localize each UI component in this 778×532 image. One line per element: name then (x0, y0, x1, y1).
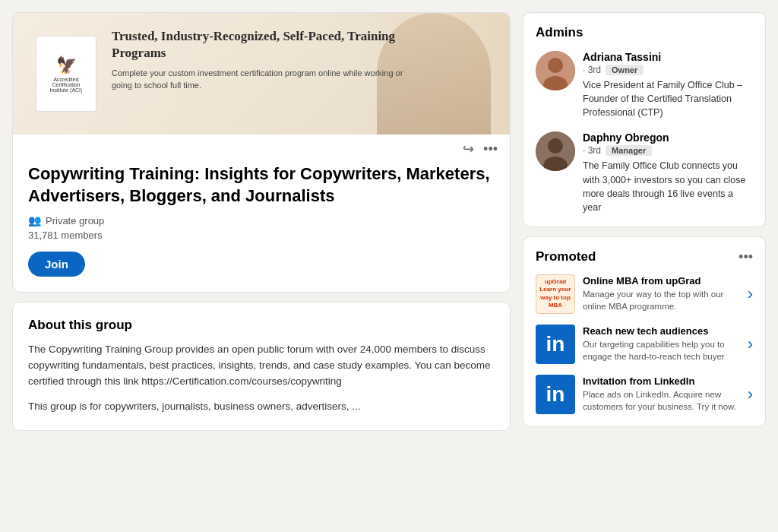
admin-info-1: Adriana Tassini · 3rd Owner Vice Preside… (583, 51, 753, 119)
svg-point-4 (548, 138, 563, 154)
admin-role-badge-1: Owner (606, 65, 644, 75)
admin-role-badge-2: Manager (606, 145, 652, 156)
group-actions-row: ↪ ••• (13, 135, 510, 157)
logo-text-line3: Institute (ACI) (50, 87, 83, 93)
join-button[interactable]: Join (28, 252, 85, 277)
more-options-icon[interactable]: ••• (483, 141, 498, 157)
promoted-more-options-icon[interactable]: ••• (738, 249, 753, 265)
group-card: 🦅 Accredited Certification Institute (AC… (12, 12, 511, 293)
banner-text-block: Trusted, Industry-Recognized, Self-Paced… (112, 28, 403, 91)
admin-item-1: Adriana Tassini · 3rd Owner Vice Preside… (536, 51, 753, 119)
about-section-title: About this group (28, 318, 495, 333)
banner-title: Trusted, Industry-Recognized, Self-Paced… (112, 28, 403, 62)
banner-subtitle: Complete your custom investment certific… (112, 68, 403, 91)
promo-thumb-2: in (536, 325, 575, 364)
admin-degree-2: · 3rd (583, 145, 601, 156)
group-meta: 👥 Private group (28, 214, 495, 226)
promo-thumb-3: in (536, 375, 575, 414)
group-banner: 🦅 Accredited Certification Institute (AC… (13, 13, 510, 135)
promo-info-2: Reach new tech audiences Our targeting c… (583, 325, 740, 363)
promo-name-3: Invitation from LinkedIn (583, 375, 740, 387)
promoted-section-title: Promoted (536, 249, 596, 264)
promoted-header: Promoted ••• (536, 249, 753, 265)
admin-avatar-1[interactable] (536, 51, 575, 90)
linkedin-icon-1: in (546, 332, 565, 356)
promo-info-1: Online MBA from upGrad Manage your way t… (583, 275, 740, 312)
promo-item-1[interactable]: upGrad Learn your way to top MBA Online … (536, 274, 753, 314)
promoted-card: Promoted ••• upGrad Learn your way to to… (523, 236, 766, 427)
about-text: The Copywriting Training Group provides … (28, 342, 495, 415)
about-paragraph-2: This group is for copywriters, journalis… (28, 399, 495, 415)
share-icon[interactable]: ↪ (463, 141, 474, 157)
admin-description-2: The Family Office Club connects you with… (583, 159, 753, 214)
logo-eagle-icon: 🦅 (56, 55, 77, 75)
admin-name-2[interactable]: Daphny Obregon (583, 131, 753, 144)
promo-name-2: Reach new tech audiences (583, 325, 740, 337)
promo-item-2[interactable]: in Reach new tech audiences Our targetin… (536, 325, 753, 364)
promo-chevron-2: › (748, 334, 753, 354)
group-info: Copywriting Training: Insights for Copyw… (13, 157, 510, 292)
about-card: About this group The Copywriting Trainin… (12, 302, 511, 431)
admin-name-1[interactable]: Adriana Tassini (583, 51, 753, 63)
main-column: 🦅 Accredited Certification Institute (AC… (12, 12, 511, 431)
admin-info-2: Daphny Obregon · 3rd Manager The Family … (583, 131, 753, 214)
promo-thumb-1: upGrad Learn your way to top MBA (536, 274, 575, 314)
promo-chevron-3: › (748, 385, 753, 404)
promo-thumb-text-1: upGrad Learn your way to top MBA (539, 278, 571, 310)
promo-desc-1: Manage your way to the top with our onli… (583, 288, 740, 312)
about-paragraph-1: The Copywriting Training Group provides … (28, 342, 495, 390)
admin-degree-1: · 3rd (583, 65, 601, 75)
logo-text-line1: Accredited (53, 77, 78, 82)
admins-section-title: Admins (536, 25, 753, 40)
private-group-icon: 👥 (28, 214, 41, 226)
promo-name-1: Online MBA from upGrad (583, 275, 740, 287)
promo-item-3[interactable]: in Invitation from LinkedIn Place ads on… (536, 375, 753, 414)
logo-text-line2: Certification (52, 82, 81, 87)
admins-card: Admins Adriana Tassini · 3rd Owner (523, 12, 766, 227)
admin-description-1: Vice President at Family Office Club – F… (583, 78, 753, 119)
promo-info-3: Invitation from LinkedIn Place ads on Li… (583, 375, 740, 413)
group-type: Private group (46, 215, 104, 226)
group-members-count: 31,781 members (28, 230, 495, 241)
admin-item-2: Daphny Obregon · 3rd Manager The Family … (536, 131, 753, 214)
aci-logo: 🦅 Accredited Certification Institute (AC… (36, 36, 96, 112)
admin-avatar-2-image (536, 131, 575, 171)
promo-desc-2: Our targeting capabilities help you to e… (583, 338, 740, 363)
promo-chevron-1: › (748, 284, 753, 304)
promo-desc-3: Place ads on LinkedIn. Acquire new custo… (583, 388, 740, 413)
group-title: Copywriting Training: Insights for Copyw… (28, 163, 495, 207)
admin-avatar-2[interactable] (536, 131, 575, 171)
admin-degree-row-2: · 3rd Manager (583, 145, 753, 156)
admin-degree-row-1: · 3rd Owner (583, 65, 753, 75)
linkedin-icon-2: in (546, 382, 565, 407)
svg-point-1 (548, 58, 563, 73)
side-column: Admins Adriana Tassini · 3rd Owner (523, 12, 766, 431)
admin-avatar-1-image (536, 51, 575, 90)
